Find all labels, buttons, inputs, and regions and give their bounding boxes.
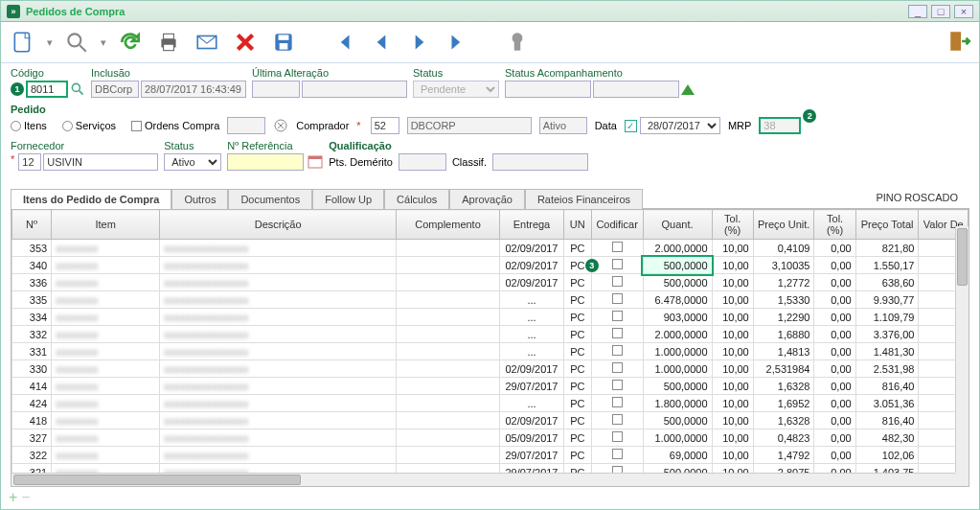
tab-aprovacao[interactable]: Aprovação [449,189,525,209]
codificar-check[interactable] [612,380,623,390]
inclusao-ts [141,81,246,98]
col-pu[interactable]: Preço Unit. [753,210,814,240]
badge-1: 1 [11,82,24,96]
save-button[interactable] [269,28,298,57]
search-button[interactable] [62,28,91,57]
tab-rateios[interactable]: Rateios Financeiros [525,189,643,209]
table-row[interactable]: 335xxxxxxxxxxxxxxxxxxxxxxxx...PC6.478,00… [12,291,969,309]
table-row[interactable]: 353xxxxxxxxxxxxxxxxxxxxxxxx02/09/2017PC2… [12,240,969,257]
status-acomp-label: Status Acompanhamento [505,67,695,79]
codificar-check[interactable] [612,431,623,442]
data-check[interactable]: ✓ [625,120,637,132]
ordens-check[interactable]: Ordens Compra [131,120,219,131]
table-row[interactable]: 327xxxxxxxxxxxxxxxxxxxxxxxx05/09/2017PC1… [12,429,969,447]
refresh-button[interactable] [116,28,145,57]
col-item[interactable]: Item [52,210,160,240]
svg-rect-4 [164,34,174,38]
data-select[interactable]: 28/07/2017 [640,117,720,134]
svg-rect-10 [279,35,289,39]
main-toolbar: ▾ ▾ [1,22,979,63]
fornecedor-id[interactable] [18,153,41,171]
print-button[interactable] [154,28,183,57]
delete-button[interactable] [231,28,260,57]
pts-input [399,153,446,171]
minimize-button[interactable]: _ [908,5,927,18]
mrp-input [759,117,801,134]
nav-first-button[interactable] [329,28,357,57]
status-acomp-1 [505,81,591,98]
nref-cal-icon[interactable] [308,154,323,170]
table-row[interactable]: 414xxxxxxxxxxxxxxxxxxxxxxxx29/07/2017PC5… [12,378,969,395]
svg-point-15 [72,83,80,91]
maximize-button[interactable]: □ [931,5,950,18]
col-no[interactable]: Nº [12,210,52,240]
table-row[interactable]: 340xxxxxxxxxxxxxxxxxxxxxxxx02/09/2017PC3… [12,257,969,274]
scrollbar-h[interactable] [11,473,955,486]
app-logo-icon: » [7,5,20,18]
codificar-check[interactable] [612,328,623,338]
table-row[interactable]: 334xxxxxxxxxxxxxxxxxxxxxxxx...PC903,0000… [12,309,969,326]
mail-button[interactable] [193,28,221,57]
col-quant[interactable]: Quant. [643,210,712,240]
col-codificar[interactable]: Codificar [591,210,643,240]
nref-label: Nº Referência [227,140,323,151]
close-button[interactable]: × [954,5,973,18]
table-row[interactable]: 331xxxxxxxxxxxxxxxxxxxxxxxx...PC1.000,00… [12,343,969,360]
col-tol1[interactable]: Tol.(%) [712,210,753,240]
codificar-check[interactable] [612,414,623,425]
add-row-button[interactable]: + [9,489,17,506]
new-button[interactable] [9,28,37,57]
nref-input[interactable] [227,153,304,171]
ultalt-label: Última Alteração [252,67,407,79]
table-row[interactable]: 322xxxxxxxxxxxxxxxxxxxxxxxx29/07/2017PC6… [12,447,969,464]
codigo-lookup-icon[interactable] [70,81,85,97]
codificar-check[interactable] [612,259,623,269]
codificar-check[interactable] [612,242,623,252]
forn-status-label: Status [164,140,221,151]
codificar-check[interactable] [612,293,623,304]
radio-itens[interactable]: Itens [11,120,47,131]
nav-next-button[interactable] [405,28,434,57]
codificar-check[interactable] [612,311,623,321]
tab-followup[interactable]: Follow Up [312,189,384,209]
col-entrega[interactable]: Entrega [500,210,564,240]
exit-button[interactable] [946,27,974,56]
classif-label: Classif. [452,156,487,168]
table-row[interactable]: 424xxxxxxxxxxxxxxxxxxxxxxxx...PC1.800,00… [12,395,969,412]
codigo-input[interactable] [26,81,68,98]
tab-calculos[interactable]: Cálculos [384,189,449,209]
col-compl[interactable]: Complemento [397,210,500,240]
table-row[interactable]: 418xxxxxxxxxxxxxxxxxxxxxxxx02/09/2017PC5… [12,412,969,429]
col-tol2[interactable]: Tol.(%) [814,210,855,240]
fornecedor-label: Fornecedor [11,140,158,151]
ultalt-1 [252,81,300,98]
ordens-picker-icon[interactable] [273,118,288,133]
codificar-check[interactable] [612,449,623,459]
col-desc[interactable]: Descrição [160,210,397,240]
tab-documentos[interactable]: Documentos [228,189,312,209]
radio-servicos[interactable]: Serviços [62,120,116,131]
tab-itens[interactable]: Itens do Pedido de Compra [11,189,171,209]
scrollbar-v[interactable] [955,226,969,473]
extra-button[interactable] [503,28,532,57]
forn-status[interactable]: Ativo [164,153,221,171]
ordens-val [227,117,265,134]
codificar-check[interactable] [612,397,623,407]
table-row[interactable]: 330xxxxxxxxxxxxxxxxxxxxxxxx02/09/2017PC1… [12,360,969,378]
col-un[interactable]: UN [563,210,591,240]
nav-last-button[interactable] [444,28,472,57]
comprador-id[interactable] [371,117,399,134]
table-row[interactable]: 336xxxxxxxxxxxxxxxxxxxxxxxx02/09/2017PC5… [12,274,969,291]
table-row[interactable]: 332xxxxxxxxxxxxxxxxxxxxxxxx...PC2.000,00… [12,326,969,343]
codificar-check[interactable] [612,345,623,356]
fornecedor-name[interactable] [43,153,158,171]
svg-point-12 [513,33,523,43]
col-pt[interactable]: Preço Total [855,210,919,240]
remove-row-button[interactable]: − [21,489,30,506]
nav-prev-button[interactable] [367,28,396,57]
arrow-up-icon[interactable] [681,84,695,95]
codificar-check[interactable] [612,276,623,287]
tab-outros[interactable]: Outros [171,189,228,209]
codificar-check[interactable] [612,362,623,373]
data-label: Data [595,120,617,131]
